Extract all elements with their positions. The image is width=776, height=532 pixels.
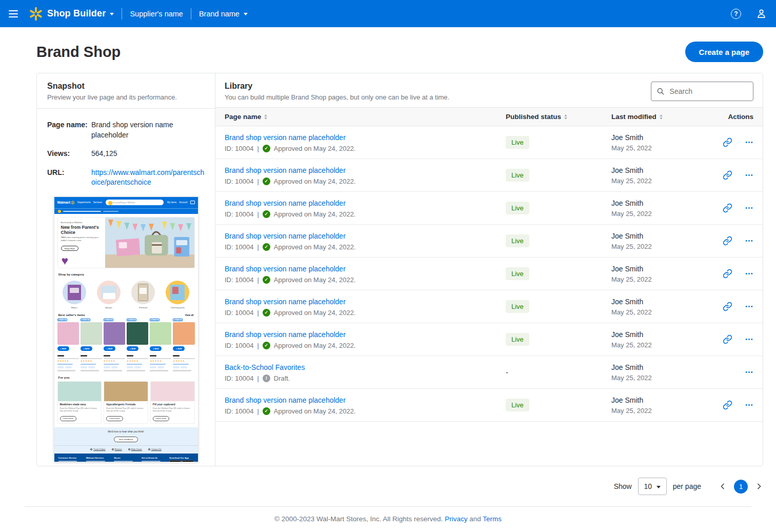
more-actions-button[interactable] bbox=[745, 269, 753, 278]
views-label: Views: bbox=[47, 149, 91, 159]
modified-date: May 25, 2022 bbox=[611, 374, 719, 382]
page-name-link[interactable]: Brand shop version name placeholder bbox=[225, 330, 346, 339]
help-icon[interactable]: ? bbox=[731, 9, 741, 19]
page-name-field: Page name: Brand shop version name place… bbox=[47, 120, 205, 140]
url-field: URL: https://www.walmart.com/parentschoi… bbox=[47, 168, 205, 188]
published-status-cell: Live bbox=[506, 399, 611, 411]
preview-shop-now-button: Shop Now bbox=[61, 246, 78, 251]
approval-status-text: Approved on May 24, 2022. bbox=[274, 342, 356, 349]
more-actions-button[interactable] bbox=[745, 237, 753, 245]
preview-for-you: For you bbox=[58, 376, 194, 379]
page-name-link[interactable]: Brand shop version name placeholder bbox=[225, 232, 346, 240]
approval-status-text: Approved on May 24, 2022. bbox=[274, 178, 356, 185]
approval-status-text: Approved on May 24, 2022. bbox=[274, 276, 356, 284]
page-name-link[interactable]: Brand shop version name placeholder bbox=[225, 298, 346, 306]
column-last-modified[interactable]: Last modified bbox=[611, 113, 656, 121]
published-status-cell: - bbox=[506, 368, 611, 377]
copy-link-icon[interactable] bbox=[723, 400, 732, 410]
approved-check-icon: ✓ bbox=[263, 407, 270, 415]
parents-choice-logo: ♥ bbox=[62, 255, 69, 267]
preview-product-card: Best seller + Add ○○○○ ★★★★★ bbox=[57, 319, 79, 371]
more-actions-button[interactable] bbox=[745, 368, 753, 377]
column-published-status[interactable]: Published status bbox=[506, 113, 561, 121]
terms-link[interactable]: Terms bbox=[483, 515, 502, 523]
more-actions-button[interactable] bbox=[745, 401, 753, 409]
published-status-cell: Live bbox=[506, 169, 611, 182]
live-badge: Live bbox=[506, 136, 529, 149]
page-id: ID: 10004 bbox=[225, 407, 253, 415]
sort-icon[interactable] bbox=[264, 114, 267, 120]
table-row: Back-to-School Favorites ID: 10004 | ! D… bbox=[215, 356, 763, 389]
live-badge: Live bbox=[506, 169, 529, 182]
app-switcher[interactable]: Shop Builder bbox=[47, 8, 114, 19]
live-badge: Live bbox=[506, 267, 529, 280]
next-page-button[interactable] bbox=[755, 482, 763, 490]
approved-check-icon: ✓ bbox=[263, 309, 270, 317]
table-row: Brand shop version name placeholder ID: … bbox=[215, 258, 763, 290]
preview-footer-column: Stores bbox=[114, 457, 138, 462]
approval-status-text: Approved on May 24, 2022. bbox=[274, 407, 356, 415]
preview-product-card: Best seller + Add ○○○○ ★★★★★ bbox=[150, 319, 171, 371]
chevron-down-icon bbox=[656, 486, 661, 488]
preview-product-card: Best seller + Add ○○○○ ★★★★★ bbox=[81, 319, 102, 371]
copy-link-icon[interactable] bbox=[723, 269, 732, 279]
copy-link-icon[interactable] bbox=[723, 334, 732, 344]
live-badge: Live bbox=[506, 300, 529, 313]
page-url-link[interactable]: https://www.walmart.com/parentschoice/pa… bbox=[91, 168, 204, 187]
table-row: Brand shop version name placeholder ID: … bbox=[215, 290, 763, 323]
page-name-link[interactable]: Back-to-School Favorites bbox=[225, 363, 305, 371]
pagination: Show 10 per page 1 bbox=[0, 478, 763, 495]
table-header: Page name Published status Last modified… bbox=[215, 107, 763, 126]
brand-shop-card: Snapshot Preview your live page and its … bbox=[36, 73, 763, 466]
copy-link-icon[interactable] bbox=[723, 137, 732, 147]
more-actions-button[interactable] bbox=[745, 138, 753, 147]
modified-date: May 25, 2022 bbox=[611, 177, 719, 185]
preview-product-card: Best seller + Add ○○○○ ★★★★★ bbox=[173, 319, 194, 371]
copy-link-icon[interactable] bbox=[723, 302, 732, 311]
account-icon[interactable] bbox=[755, 8, 767, 19]
page-size-select[interactable]: 10 bbox=[638, 478, 667, 495]
modified-date: May 25, 2022 bbox=[611, 341, 719, 349]
search-input[interactable] bbox=[669, 87, 748, 96]
more-actions-button[interactable] bbox=[745, 204, 753, 212]
modified-by: Joe Smith bbox=[611, 166, 719, 174]
page-name-link[interactable]: Brand shop version name placeholder bbox=[225, 133, 346, 142]
brand-name-selector[interactable]: Brand name bbox=[199, 10, 248, 18]
approved-check-icon: ✓ bbox=[263, 178, 270, 185]
more-actions-button[interactable] bbox=[745, 335, 753, 344]
preview-footer-column: Get to Know Us bbox=[142, 457, 166, 462]
current-page-button[interactable]: 1 bbox=[734, 480, 748, 494]
previous-page-button[interactable] bbox=[719, 482, 727, 490]
page-name-link[interactable]: Brand shop version name placeholder bbox=[225, 265, 346, 273]
page-name-link[interactable]: Brand shop version name placeholder bbox=[225, 396, 346, 404]
modified-by: Joe Smith bbox=[611, 363, 719, 371]
more-actions-button[interactable] bbox=[745, 171, 753, 180]
copy-link-icon[interactable] bbox=[723, 203, 732, 213]
modified-date: May 25, 2022 bbox=[611, 243, 719, 250]
library-panel: Library You can build multiple Brand Sho… bbox=[215, 73, 763, 466]
table-row: Brand shop version name placeholder ID: … bbox=[215, 159, 763, 192]
snapshot-title: Snapshot bbox=[47, 82, 205, 91]
copy-link-icon[interactable] bbox=[723, 170, 732, 180]
sort-icon[interactable] bbox=[660, 114, 663, 120]
hamburger-menu-icon[interactable] bbox=[9, 10, 18, 17]
live-page-preview-thumbnail[interactable]: Walmart Departments Services Search ever… bbox=[54, 196, 198, 462]
copy-link-icon[interactable] bbox=[723, 236, 732, 246]
column-page-name[interactable]: Page name bbox=[225, 113, 261, 121]
modified-date: May 25, 2022 bbox=[611, 275, 719, 283]
create-page-button[interactable]: Create a page bbox=[685, 42, 763, 62]
privacy-link[interactable]: Privacy bbox=[445, 515, 467, 523]
more-actions-button[interactable] bbox=[745, 302, 753, 311]
preview-add-button: + Add bbox=[150, 346, 162, 351]
preview-hero-image bbox=[105, 218, 194, 268]
modified-by: Joe Smith bbox=[611, 330, 719, 339]
page-id: ID: 10004 bbox=[225, 342, 253, 349]
page-name-link[interactable]: Brand shop version name placeholder bbox=[225, 199, 346, 207]
page-name-link[interactable]: Brand shop version name placeholder bbox=[225, 166, 346, 174]
published-status-cell: Live bbox=[506, 267, 611, 280]
sort-icon[interactable] bbox=[564, 114, 567, 120]
site-footer: © 2000-2023 Wal-Mart Stores, Inc. All Ri… bbox=[25, 506, 751, 523]
published-status-cell: Live bbox=[506, 136, 611, 149]
library-search[interactable] bbox=[651, 82, 753, 101]
approved-check-icon: ✓ bbox=[263, 210, 270, 218]
